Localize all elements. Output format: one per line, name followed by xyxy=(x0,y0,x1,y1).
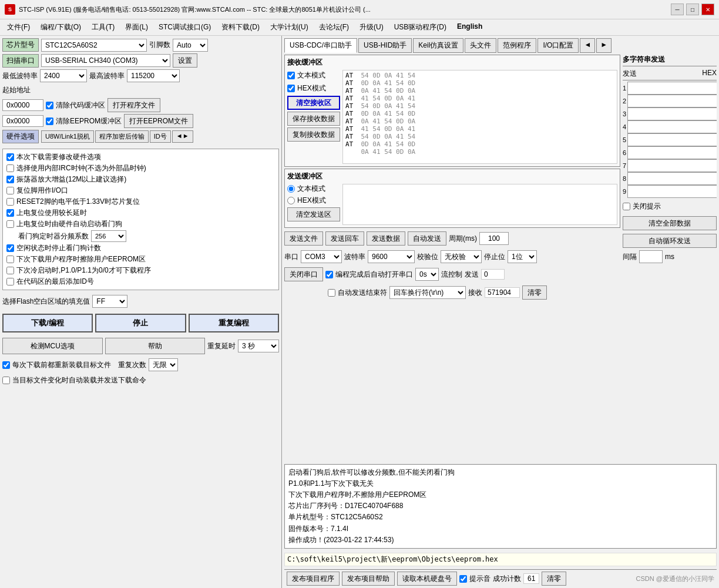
clear-eeprom-check[interactable] xyxy=(46,117,53,125)
tab-more-right[interactable]: ► xyxy=(596,38,612,53)
send-text-radio[interactable] xyxy=(287,185,295,193)
detect-mcu-button[interactable]: 检测MCU选项 xyxy=(2,338,103,354)
hw-tab-3[interactable]: ID号 xyxy=(150,130,171,143)
menu-forum[interactable]: 去论坛(F) xyxy=(314,21,354,34)
repeat-delay-select[interactable]: 3 秒 xyxy=(238,340,279,352)
tab-headers[interactable]: 头文件 xyxy=(465,38,496,53)
menu-english[interactable]: English xyxy=(452,21,487,34)
pin-count-select[interactable]: Auto8162028324044 xyxy=(173,39,208,52)
hex-mode-check[interactable] xyxy=(287,85,295,92)
close-button[interactable]: ✕ xyxy=(701,4,714,15)
send-data-button[interactable]: 发送数据 xyxy=(367,231,405,246)
multi-send-input-4[interactable] xyxy=(627,120,717,133)
clear-recv-button[interactable]: 清空接收区 xyxy=(287,96,340,110)
opt2-check[interactable] xyxy=(6,164,14,172)
menu-program[interactable]: 编程/下载(O) xyxy=(36,21,86,34)
recv-data-area[interactable]: AT 54 0D 0A 41 54AT 0D 0A 41 54 0DAT 0A … xyxy=(342,70,617,164)
auto-reload-check[interactable] xyxy=(2,361,10,369)
multi-send-input-9[interactable] xyxy=(627,185,717,198)
menu-stc-debug[interactable]: STC调试接口(G) xyxy=(154,21,216,34)
interval-input[interactable] xyxy=(639,250,663,263)
baud-select[interactable]: 1200240048009600192003840057600115200 xyxy=(368,250,415,263)
open-program-file-button[interactable]: 打开程序文件 xyxy=(107,98,160,112)
opt10-check[interactable] xyxy=(6,256,14,263)
help-button[interactable]: 帮助 xyxy=(105,338,206,354)
prompt-sound-check[interactable] xyxy=(459,575,467,583)
publish-help-button[interactable]: 发布项目帮助 xyxy=(342,572,395,586)
auto-open-delay-select[interactable]: 0s xyxy=(415,268,439,281)
menu-tools[interactable]: 工具(T) xyxy=(87,21,119,34)
flash-fill-select[interactable]: FF xyxy=(92,295,127,308)
port-select[interactable]: COM3 xyxy=(301,250,342,263)
menu-file[interactable]: 文件(F) xyxy=(2,21,35,34)
auto-loop-button[interactable]: 自动循环发送 xyxy=(623,234,717,248)
menu-university[interactable]: 大学计划(U) xyxy=(266,21,313,34)
tab-examples[interactable]: 范例程序 xyxy=(498,38,536,53)
menu-interface[interactable]: 界面(L) xyxy=(120,21,153,34)
auto-open-check[interactable] xyxy=(325,271,333,278)
hw-tab-more[interactable]: ◄► xyxy=(172,130,193,143)
download-button[interactable]: 下载/编程 xyxy=(2,314,93,332)
opt12-check[interactable] xyxy=(6,278,14,285)
auto-end-check[interactable] xyxy=(328,289,335,297)
clear-send-button[interactable]: 清空发送区 xyxy=(287,207,340,221)
period-input[interactable] xyxy=(479,232,509,245)
close-port-button[interactable]: 关闭串口 xyxy=(284,267,323,281)
multi-send-input-2[interactable] xyxy=(627,95,717,107)
settings-button[interactable]: 设置 xyxy=(173,53,197,68)
max-baud-select[interactable]: 9600192003840057600115200 xyxy=(127,69,180,82)
text-mode-check[interactable] xyxy=(287,72,295,79)
multi-send-input-7[interactable] xyxy=(627,159,717,172)
multi-send-input-3[interactable] xyxy=(627,107,717,120)
send-data-area[interactable] xyxy=(342,184,617,225)
hw-tab-2[interactable]: 程序加密后传输 xyxy=(95,130,149,143)
publish-program-button[interactable]: 发布项目程序 xyxy=(287,572,340,586)
minimize-button[interactable]: ─ xyxy=(671,4,684,15)
opt7-check[interactable] xyxy=(6,220,14,228)
tab-usb-cdc[interactable]: USB-CDC/串口助手 xyxy=(284,38,357,53)
tab-io-config[interactable]: I/O口配置 xyxy=(537,38,579,53)
open-eeprom-file-button[interactable]: 打开EEPROM文件 xyxy=(124,114,193,128)
multi-send-input-6[interactable] xyxy=(627,146,717,159)
clear-code-buffer-check[interactable] xyxy=(46,102,53,109)
scan-port-select[interactable]: USB-SERIAL CH340 (COM3) xyxy=(41,54,170,67)
opt4-check[interactable] xyxy=(6,187,14,194)
multi-send-input-1[interactable] xyxy=(627,82,717,95)
read-disk-button[interactable]: 读取本机硬盘号 xyxy=(397,572,457,586)
menu-usb-driver[interactable]: USB驱动程序(D) xyxy=(389,21,451,34)
tab-more-left[interactable]: ◄ xyxy=(580,38,595,53)
opt5-check[interactable] xyxy=(6,198,14,206)
repeat-count-select[interactable]: 无限 xyxy=(149,358,178,371)
copy-recv-button[interactable]: 复制接收数据 xyxy=(287,127,340,142)
opt11-check[interactable] xyxy=(6,267,14,274)
reprogram-button[interactable]: 重复编程 xyxy=(189,314,279,332)
menu-download[interactable]: 资料下载(D) xyxy=(217,21,264,34)
min-baud-select[interactable]: 1200240048009600 xyxy=(40,69,87,82)
clear-all-button[interactable]: 清空全部数据 xyxy=(623,216,717,230)
opt8-select[interactable]: 256 xyxy=(91,230,126,242)
clear-count-button[interactable]: 清零 xyxy=(522,285,547,300)
opt1-check[interactable] xyxy=(6,153,14,161)
tab-keil-sim[interactable]: Keil仿真设置 xyxy=(413,38,463,53)
stop-bit-select[interactable]: 1位 xyxy=(508,250,537,263)
clear-success-count-button[interactable]: 清零 xyxy=(542,572,566,586)
end-symbol-select[interactable]: 回车换行符(\r\n) xyxy=(389,286,466,299)
auto-send-check[interactable] xyxy=(2,377,10,384)
parity-select[interactable]: 无校验 xyxy=(441,250,482,263)
close-prompt-check[interactable] xyxy=(623,203,630,210)
opt6-check[interactable] xyxy=(6,209,14,217)
opt9-check[interactable] xyxy=(6,244,14,252)
opt3-check[interactable] xyxy=(6,176,14,183)
auto-send-button[interactable]: 自动发送 xyxy=(408,231,446,246)
tab-usb-hid[interactable]: USB-HID助手 xyxy=(358,38,412,53)
multi-send-input-5[interactable] xyxy=(627,133,717,146)
save-recv-button[interactable]: 保存接收数据 xyxy=(287,112,340,126)
multi-send-input-8[interactable] xyxy=(627,172,717,185)
chip-type-select[interactable]: STC12C5A60S2 xyxy=(41,39,147,52)
send-hex-radio[interactable] xyxy=(287,197,295,204)
restore-button[interactable]: □ xyxy=(686,4,699,15)
send-file-button[interactable]: 发送文件 xyxy=(284,231,323,246)
hw-tab-1[interactable]: U8W/Link1脱机 xyxy=(41,130,94,143)
stop-button[interactable]: 停止 xyxy=(95,314,186,332)
menu-upgrade[interactable]: 升级(U) xyxy=(355,21,388,34)
